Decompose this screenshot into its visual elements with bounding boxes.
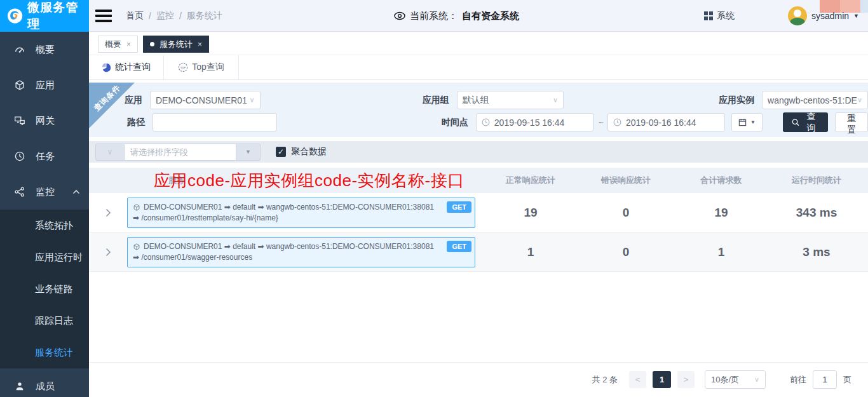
column-header-normal: 正常响应统计 [483,175,578,186]
time-to-input[interactable]: 2019-09-16 16:44 [607,113,725,131]
monitor-submenu: 系统拓扑 应用运行时 业务链路 跟踪日志 服务统计 [0,210,89,368]
prev-page-button[interactable]: < [629,371,646,388]
normal-count: 1 [483,245,578,259]
sidebar-item-applications[interactable]: 应用 [0,67,89,103]
app-select[interactable]: DEMO-CONSUMER01 ∨ [150,91,261,109]
table-row: DEMO-CONSUMER01 ➡ default ➡ wangwb-cento… [89,232,868,272]
chevron-down-icon: ▼ [853,13,859,19]
tab-top-query[interactable]: TOP Top查询 [164,55,239,79]
current-system-indicator: 当前系统：自有资金系统 [394,0,519,32]
sidebar: 概要 应用 网关 任务 [0,32,89,397]
tab-chip-service-stats[interactable]: 服务统计 × [143,36,209,53]
sidebar-item-monitor[interactable]: 监控 [0,174,89,210]
error-count: 0 [578,206,674,220]
chevron-up-icon [72,189,80,194]
path-input[interactable] [153,113,277,131]
hamburger-menu-icon[interactable] [95,10,112,22]
sidebar-item-label: 任务 [36,151,55,163]
service-box[interactable]: DEMO-CONSUMER01 ➡ default ➡ wangwb-cento… [127,237,475,267]
sidebar-item-label: 应用 [36,79,55,91]
sidebar-subitem-chain[interactable]: 业务链路 [0,273,89,305]
reset-button[interactable]: 重置 [835,112,868,132]
clock-icon [482,118,490,126]
page-size-value: 10条/页 [711,374,739,386]
error-count: 0 [578,245,674,259]
calendar-dropdown-button[interactable]: ▼ [731,113,763,131]
system-menu[interactable]: 系统 [704,0,735,32]
current-page-button[interactable]: 1 [653,371,671,388]
subtab-label: 统计查询 [115,62,151,73]
breadcrumb-separator: / [179,11,182,21]
search-icon [792,118,799,126]
sidebar-item-overview[interactable]: 概要 [0,32,89,67]
service-path-line2: ➡ /consumer01/resttemplate/say-hi/{name} [133,213,278,224]
instance-select[interactable]: wangwb-centos-51:DE ∨ [762,91,868,109]
user-menu[interactable]: sysadmin ▼ [788,0,859,32]
reset-button-label: 重置 [847,113,856,135]
caret-down-icon: ▼ [750,119,756,125]
column-header-total: 合计请求数 [674,175,769,186]
service-box[interactable]: DEMO-CONSUMER01 ➡ default ➡ wangwb-cento… [127,198,475,228]
share-nodes-icon [14,186,25,198]
app-title: 微服务管理 [27,0,89,32]
svg-text:TOP: TOP [180,66,186,69]
sidebar-item-label: 网关 [36,115,55,127]
close-icon[interactable]: × [126,40,131,49]
sidebar-subitem-topology[interactable]: 系统拓扑 [0,210,89,241]
chevron-right-icon [105,248,111,257]
breadcrumb-separator: / [149,11,151,21]
path-label: 路径 [89,117,145,128]
next-page-button[interactable]: > [677,371,695,388]
clock-icon [14,151,25,162]
subitem-label: 跟踪日志 [35,315,73,327]
chevron-down-icon: ∨ [553,96,558,104]
breadcrumb: 首页 / 监控 / 服务统计 [126,10,222,22]
cube-icon [14,79,25,91]
total-count: 19 [674,206,769,220]
close-icon[interactable]: × [198,40,202,49]
sort-caret-button[interactable]: ▼ [236,144,261,161]
group-label: 应用组 [400,95,449,106]
grid-icon [704,11,713,20]
service-path-line2: ➡ /consumer01/swagger-resources [133,252,252,263]
time-from-input[interactable]: 2019-09-15 16:44 [476,113,593,131]
instance-select-value: wangwb-centos-51:DE [768,95,857,105]
search-button[interactable]: 查询 [783,112,828,132]
current-system-label: 当前系统： [410,10,458,22]
service-cell: DEMO-CONSUMER01 ➡ default ➡ wangwb-cento… [127,237,483,267]
sort-field-input[interactable] [125,144,236,161]
aggregate-checkbox[interactable]: ✓ [276,147,286,157]
prev-icon: < [635,375,641,384]
row-expand-button[interactable] [89,208,127,217]
app-logo: 微服务管理 [0,0,89,32]
current-system-value: 自有资金系统 [462,10,519,22]
goto-page-input[interactable] [813,370,837,389]
sort-direction-select[interactable]: ∨ [95,144,125,161]
group-select[interactable]: 默认组 ∨ [457,91,564,109]
page-size-select[interactable]: 10条/页 ∨ [705,370,766,389]
http-method-badge: GET [447,201,471,213]
breadcrumb-monitor[interactable]: 监控 [156,10,174,22]
sidebar-item-tasks[interactable]: 任务 [0,138,89,174]
next-icon: > [684,375,689,384]
chevron-down-icon: ∨ [857,96,862,104]
check-icon: ✓ [278,147,284,156]
tilde-separator: ~ [599,118,604,128]
sidebar-item-members[interactable]: 成员 [0,368,89,397]
tab-stat-query[interactable]: 统计查询 [89,55,164,79]
row-expand-button[interactable] [89,248,127,257]
column-header-runtime: 运行时间统计 [769,175,864,186]
sidebar-subitem-runtime[interactable]: 应用运行时 [0,241,89,273]
sidebar-subitem-service-stats[interactable]: 服务统计 [0,337,89,368]
cube-icon [133,203,140,212]
logo-swirl-icon [6,7,24,25]
avatar [788,6,807,25]
tab-chip-label: 概要 [105,39,121,50]
tab-chip-overview[interactable]: 概要 × [98,36,138,53]
sidebar-item-gateway[interactable]: 网关 [0,103,89,138]
time-label: 时间点 [417,117,468,128]
sidebar-subitem-tracelog[interactable]: 跟踪日志 [0,305,89,337]
sidebar-item-label: 概要 [36,44,55,56]
table-row: DEMO-CONSUMER01 ➡ default ➡ wangwb-cento… [89,193,868,232]
breadcrumb-home[interactable]: 首页 [126,10,144,22]
